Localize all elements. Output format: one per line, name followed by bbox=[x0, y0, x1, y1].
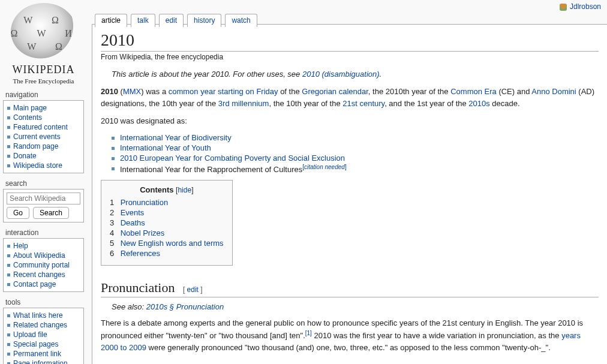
user-bar: Jdlrobson bbox=[560, 2, 601, 11]
list-item: International Year for the Rapprochement… bbox=[112, 164, 599, 174]
nav-link-pageinfo[interactable]: Page information bbox=[13, 359, 68, 364]
nav-item: Wikipedia store bbox=[7, 161, 80, 170]
nav-link-featured[interactable]: Featured content bbox=[13, 123, 68, 131]
nav-item: Recent changes bbox=[7, 270, 80, 279]
nav-portal: navigation Main page Contents Featured c… bbox=[3, 91, 84, 173]
nav-item: What links here bbox=[7, 311, 80, 320]
nav-link-main[interactable]: Main page bbox=[13, 104, 47, 112]
nav-item: Main page bbox=[7, 103, 80, 113]
link-annodomini[interactable]: Anno Domini bbox=[531, 87, 576, 96]
nav-item: Help bbox=[7, 241, 80, 251]
list-item: International Year of Biodiversity bbox=[112, 133, 599, 142]
go-button[interactable] bbox=[7, 207, 29, 219]
search-button[interactable] bbox=[33, 207, 69, 219]
link-21stcentury[interactable]: 21st century bbox=[342, 99, 384, 108]
link-gregorian[interactable]: Gregorian calendar bbox=[302, 87, 368, 96]
nav-link-special[interactable]: Special pages bbox=[13, 340, 58, 348]
pronunciation-body: There is a debate among experts and the … bbox=[101, 317, 599, 354]
toc-link-references[interactable]: References bbox=[121, 249, 160, 258]
nav-heading: navigation bbox=[5, 91, 84, 99]
toc-hide[interactable]: hide bbox=[178, 186, 191, 194]
nav-link-current[interactable]: Current events bbox=[13, 133, 61, 141]
user-link[interactable]: Jdlrobson bbox=[570, 2, 601, 11]
search-heading: search bbox=[5, 179, 84, 188]
nav-item: Current events bbox=[7, 132, 80, 142]
nav-link-community[interactable]: Community portal bbox=[13, 261, 70, 269]
link-3rdmillennium[interactable]: 3rd millennium bbox=[218, 99, 269, 108]
nav-item: Related changes bbox=[7, 320, 80, 330]
link-commonyear[interactable]: common year starting on Friday bbox=[169, 87, 278, 96]
hatnote-link[interactable]: 2010 (disambiguation) bbox=[302, 70, 380, 79]
tab-edit[interactable]: edit bbox=[159, 14, 184, 27]
link-youth[interactable]: International Year of Youth bbox=[120, 143, 211, 152]
section-pronunciation: Pronunciation [ edit ] bbox=[101, 280, 599, 297]
nav-link-contact[interactable]: Contact page bbox=[13, 280, 56, 288]
list-item: 2010 European Year for Combating Poverty… bbox=[112, 154, 599, 163]
toc-link-deaths[interactable]: Deaths bbox=[121, 218, 145, 227]
nav-link-random[interactable]: Random page bbox=[13, 142, 58, 151]
page-subtitle: From Wikipedia, the free encyclopedia bbox=[101, 53, 599, 61]
nav-link-recent[interactable]: Recent changes bbox=[13, 270, 65, 279]
ref-1[interactable]: [1] bbox=[305, 330, 312, 336]
tab-talk[interactable]: talk bbox=[131, 14, 155, 27]
nav-link-permalink[interactable]: Permanent link bbox=[13, 350, 61, 358]
search-input[interactable] bbox=[7, 192, 80, 204]
tools-portal: tools What links here Related changes Up… bbox=[3, 298, 84, 364]
logo-name: WIKIPEDIA bbox=[3, 64, 84, 76]
tab-watch[interactable]: watch bbox=[225, 14, 257, 27]
nav-link-upload[interactable]: Upload file bbox=[13, 330, 47, 339]
nav-link-whatlinks[interactable]: What links here bbox=[13, 311, 63, 320]
page-tabs: article talk edit history watch bbox=[92, 11, 257, 26]
toc-link-events[interactable]: Events bbox=[121, 208, 145, 217]
nav-item: Featured content bbox=[7, 122, 80, 132]
nav-item: Contact page bbox=[7, 279, 80, 289]
link-2010s[interactable]: 2010s bbox=[468, 99, 489, 108]
nav-item: Random page bbox=[7, 142, 80, 151]
nav-item: Permanent link bbox=[7, 349, 80, 359]
nav-link-related[interactable]: Related changes bbox=[13, 321, 67, 329]
logo-tagline: The Free Encyclopedia bbox=[3, 77, 84, 85]
globe-icon bbox=[11, 3, 77, 60]
nav-item: Special pages bbox=[7, 339, 80, 349]
tools-heading: tools bbox=[5, 298, 84, 306]
designated-list: International Year of Biodiversity Inter… bbox=[112, 133, 599, 174]
page-title: 2010 bbox=[101, 31, 599, 52]
nav-link-store[interactable]: Wikipedia store bbox=[13, 161, 62, 170]
article-body: 2010 From Wikipedia, the free encycloped… bbox=[92, 24, 607, 364]
nav-item: Donate bbox=[7, 151, 80, 161]
nav-link-help[interactable]: Help bbox=[13, 242, 28, 250]
nav-link-contents[interactable]: Contents bbox=[13, 113, 42, 122]
link-biodiversity[interactable]: International Year of Biodiversity bbox=[120, 133, 232, 142]
nav-item: About Wikipedia bbox=[7, 251, 80, 260]
tab-history[interactable]: history bbox=[187, 14, 221, 27]
seealso-link[interactable]: 2010s § Pronunciation bbox=[146, 302, 224, 311]
toc-link-pronunciation[interactable]: Pronunciation bbox=[121, 198, 169, 207]
table-of-contents: Contents [hide] 1 Pronunciation 2 Events… bbox=[101, 180, 233, 266]
designated-intro: 2010 was designated as: bbox=[101, 115, 599, 127]
citation-needed[interactable]: citation needed bbox=[304, 164, 345, 170]
link-mmx[interactable]: MMX bbox=[123, 87, 141, 96]
nav-item: Page information bbox=[7, 359, 80, 364]
tab-article[interactable]: article bbox=[95, 14, 127, 27]
hatnote: This article is about the year 2010. For… bbox=[112, 70, 599, 79]
list-item: International Year of Youth bbox=[112, 143, 599, 152]
nav-link-about[interactable]: About Wikipedia bbox=[13, 251, 65, 260]
user-icon bbox=[560, 4, 567, 11]
seealso-note: See also: 2010s § Pronunciation bbox=[112, 302, 599, 311]
toc-title: Contents bbox=[140, 185, 173, 194]
nav-item: Community portal bbox=[7, 260, 80, 270]
interaction-heading: interaction bbox=[5, 228, 84, 237]
link-commonera[interactable]: Common Era bbox=[450, 87, 497, 96]
toc-link-nobel[interactable]: Nobel Prizes bbox=[121, 228, 165, 237]
wikipedia-logo[interactable]: WIKIPEDIA The Free Encyclopedia bbox=[3, 3, 84, 85]
lead-paragraph: 2010 (MMX) was a common year starting on… bbox=[101, 86, 599, 109]
toc-link-newwords[interactable]: New English words and terms bbox=[121, 239, 224, 248]
interaction-portal: interaction Help About Wikipedia Communi… bbox=[3, 228, 84, 292]
nav-item: Upload file bbox=[7, 330, 80, 339]
nav-item: Contents bbox=[7, 113, 80, 122]
link-poverty[interactable]: 2010 European Year for Combating Poverty… bbox=[120, 154, 345, 163]
nav-link-donate[interactable]: Donate bbox=[13, 152, 37, 160]
search-portal: search bbox=[3, 179, 84, 222]
edit-section-link[interactable]: edit bbox=[187, 285, 199, 294]
